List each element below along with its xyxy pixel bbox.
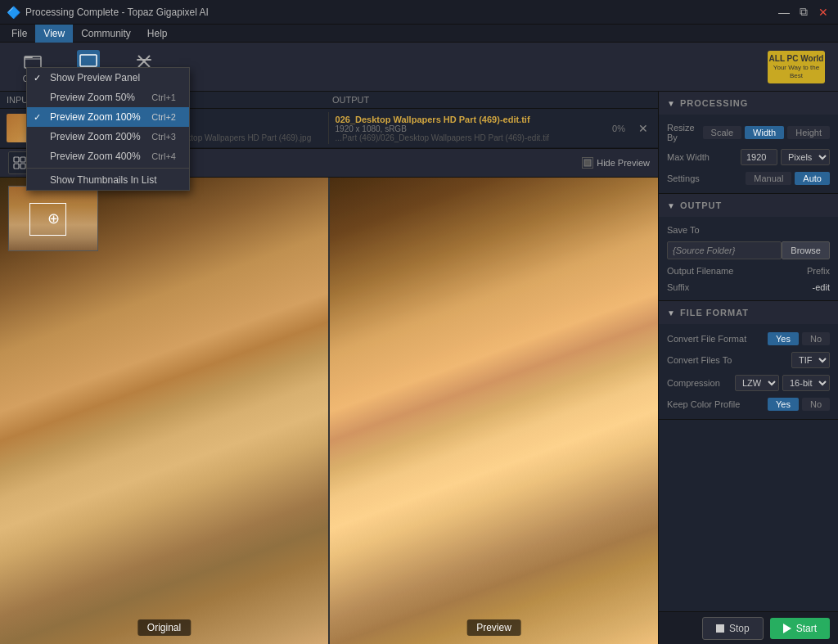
file-output-path: ...Part (469)/026_Desktop Wallpapers HD … — [336, 133, 603, 142]
save-to-row: Save To — [667, 225, 830, 235]
preview-images-container: ⊕ Original Preview — [0, 178, 658, 644]
convert-to-select[interactable]: TIF — [791, 352, 830, 368]
bit-depth-select[interactable]: 16-bit — [782, 375, 830, 391]
shortcut-zoom-400: Ctrl+4 — [151, 151, 176, 161]
color-profile-row: Keep Color Profile Yes No — [667, 398, 830, 411]
app-icon: 🔷 — [7, 6, 20, 19]
resize-width-button[interactable]: Width — [745, 126, 784, 139]
max-width-input[interactable] — [741, 149, 777, 165]
color-profile-label: Keep Color Profile — [667, 399, 768, 409]
preview-pane-right: Preview — [330, 178, 658, 644]
view-dropdown-menu: ✓ Show Preview Panel Preview Zoom 50% Ct… — [26, 67, 190, 191]
browse-button[interactable]: Browse — [782, 241, 830, 259]
stop-icon — [716, 624, 724, 633]
file-format-section-header[interactable]: ▼ FILE FORMAT — [659, 301, 838, 324]
convert-format-row: Convert File Format Yes No — [667, 332, 830, 345]
logo-area: ALL PC World Your Way to the Best — [768, 51, 825, 83]
minimize-button[interactable]: — — [776, 4, 792, 20]
pixels-select[interactable]: Pixels — [781, 149, 830, 165]
menu-view[interactable]: View — [35, 25, 73, 43]
color-profile-controls: Yes No — [768, 398, 830, 411]
convert-yes-button[interactable]: Yes — [768, 332, 799, 345]
hide-preview-button[interactable]: Hide Preview — [582, 157, 650, 169]
right-panel: ▼ PROCESSING Resize By Scale Width Heigh… — [658, 92, 838, 644]
menu-community[interactable]: Community — [73, 25, 139, 43]
menu-preview-zoom-200[interactable]: Preview Zoom 200% Ctrl+3 — [27, 127, 189, 146]
hide-preview-checkbox[interactable] — [582, 157, 593, 169]
compression-label: Compression — [667, 378, 735, 388]
convert-no-button[interactable]: No — [802, 332, 830, 345]
title-bar: 🔷 Processing Complete - Topaz Gigapixel … — [0, 0, 838, 25]
convert-to-row: Convert Files To TIF — [667, 352, 830, 368]
file-output-info: 026_Desktop Wallpapers HD Part (469)-edi… — [336, 115, 603, 142]
menu-preview-zoom-50[interactable]: Preview Zoom 50% Ctrl+1 — [27, 88, 189, 107]
settings-row: Settings Manual Auto — [667, 172, 830, 185]
thumbnail-navigator: ⊕ — [8, 186, 98, 251]
right-panel-spacer — [659, 420, 838, 611]
shortcut-zoom-200: Ctrl+3 — [151, 132, 176, 142]
close-button[interactable]: ✕ — [815, 4, 831, 20]
check-zoom-100: ✓ — [34, 112, 41, 123]
source-folder-display: {Source Folder} — [667, 241, 782, 259]
output-section: ▼ OUTPUT Save To {Source Folder} Browse … — [659, 194, 838, 301]
stop-button[interactable]: Stop — [702, 617, 764, 640]
start-label: Start — [796, 623, 817, 634]
compression-controls: LZW 16-bit — [735, 375, 830, 391]
file-format-collapse-icon: ▼ — [667, 308, 675, 317]
window-title: Processing Complete - Topaz Gigapixel AI — [25, 7, 209, 18]
file-format-section: ▼ FILE FORMAT Convert File Format Yes No… — [659, 301, 838, 420]
prefix-label: Prefix — [807, 266, 830, 276]
menu-preview-zoom-400[interactable]: Preview Zoom 400% Ctrl+4 — [27, 146, 189, 166]
output-collapse-icon: ▼ — [667, 201, 675, 210]
max-width-label: Max Width — [667, 152, 741, 162]
output-section-header[interactable]: ▼ OUTPUT — [659, 194, 838, 217]
svg-rect-15 — [584, 160, 591, 166]
menu-zoom-50-label: Preview Zoom 50% — [50, 92, 135, 103]
color-yes-button[interactable]: Yes — [768, 398, 799, 411]
menu-zoom-100-label: Preview Zoom 100% — [50, 111, 141, 123]
save-to-input-row: {Source Folder} Browse — [667, 241, 830, 259]
svg-rect-1 — [25, 56, 41, 68]
settings-manual-button[interactable]: Manual — [746, 172, 791, 185]
settings-auto-button[interactable]: Auto — [795, 172, 830, 185]
file-progress: 0% — [602, 124, 635, 133]
menu-help[interactable]: Help — [139, 25, 176, 43]
hide-preview-label: Hide Preview — [597, 158, 650, 168]
settings-controls: Manual Auto — [746, 172, 830, 185]
logo-box: ALL PC World Your Way to the Best — [768, 51, 825, 83]
menu-zoom-200-label: Preview Zoom 200% — [50, 131, 141, 142]
start-button[interactable]: Start — [770, 618, 830, 639]
compression-select[interactable]: LZW — [735, 375, 779, 391]
menu-show-thumbnails[interactable]: Show Thumbnails In List — [27, 170, 189, 190]
logo-text: ALL PC World Your Way to the Best — [768, 54, 825, 79]
menu-show-preview-panel[interactable]: ✓ Show Preview Panel — [27, 68, 189, 88]
color-no-button[interactable]: No — [802, 398, 830, 411]
svg-rect-10 — [20, 157, 25, 162]
output-section-title: OUTPUT — [680, 200, 722, 210]
maximize-button[interactable]: ⧉ — [795, 4, 812, 20]
suffix-label: Suffix — [667, 282, 813, 292]
resize-height-button[interactable]: Height — [787, 126, 830, 139]
convert-format-label: Convert File Format — [667, 334, 768, 344]
svg-rect-3 — [82, 56, 90, 65]
stop-label: Stop — [729, 623, 750, 634]
processing-section-header[interactable]: ▼ PROCESSING — [659, 92, 838, 115]
menu-file[interactable]: File — [3, 25, 35, 43]
resize-scale-button[interactable]: Scale — [703, 126, 742, 139]
svg-rect-9 — [14, 157, 19, 162]
svg-rect-11 — [14, 164, 19, 169]
menu-preview-zoom-100[interactable]: ✓ Preview Zoom 100% Ctrl+2 — [27, 107, 189, 127]
svg-rect-8 — [137, 59, 151, 61]
file-format-section-body: Convert File Format Yes No Convert Files… — [659, 324, 838, 419]
compression-row: Compression LZW 16-bit — [667, 375, 830, 391]
processing-collapse-icon: ▼ — [667, 99, 675, 108]
title-bar-controls[interactable]: — ⧉ ✕ — [776, 4, 831, 20]
original-preview-pane: ⊕ Original — [0, 178, 328, 644]
original-label: Original — [137, 619, 191, 636]
resize-by-label: Resize By — [667, 123, 703, 142]
file-remove-button[interactable]: ✕ — [635, 119, 651, 138]
output-column-header: OUTPUT — [326, 95, 651, 105]
svg-rect-12 — [20, 164, 25, 169]
file-divider — [328, 112, 329, 144]
title-bar-left: 🔷 Processing Complete - Topaz Gigapixel … — [7, 6, 209, 19]
